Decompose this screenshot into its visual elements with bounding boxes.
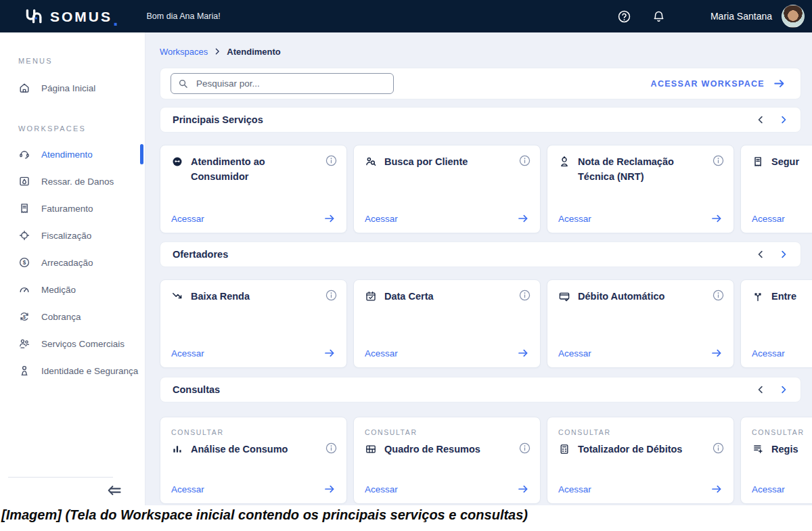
card-title: Regis [771, 442, 798, 457]
user-name: Maria Santana [710, 11, 772, 22]
sidebar-item-medicao[interactable]: Medição [0, 276, 145, 303]
arrow-right-icon[interactable] [323, 347, 336, 359]
image-caption: [Imagem] (Tela do Workspace inicial cont… [1, 507, 528, 523]
sidebar: MENUS Página Inicial WORKSPACES Atendime… [0, 32, 145, 505]
card-nota-de-reclamacao-tecnica: Nota de Reclamação Técnica (NRT) Acessar [547, 145, 734, 233]
chevron-right-icon[interactable] [779, 115, 788, 124]
sidebar-item-identidade-e-seguranca[interactable]: Identidade e Segurança [0, 357, 145, 384]
bar-chart-icon [171, 443, 183, 455]
sidebar-item-label: Medição [41, 285, 76, 295]
calculator-icon [558, 443, 570, 455]
sidebar-item-arrecadacao[interactable]: $ Arrecadação [0, 249, 145, 276]
sidebar-item-label: Ressar. de Danos [41, 177, 114, 187]
acessar-link[interactable]: Acessar [752, 214, 785, 224]
acessar-workspace-button[interactable]: ACESSAR WORKSPACE [651, 77, 786, 90]
card-title: Totalizador de Débitos [578, 442, 682, 457]
acessar-link[interactable]: Acessar [558, 348, 591, 359]
info-icon[interactable] [325, 442, 338, 455]
acessar-link[interactable]: Acessar [365, 484, 398, 494]
info-icon[interactable] [518, 154, 531, 167]
info-icon[interactable] [712, 289, 725, 302]
arrow-right-icon[interactable] [517, 212, 529, 225]
topbar: SOMUS . Bom dia Ana Maria! Maria Santana [0, 0, 812, 32]
info-icon[interactable] [325, 289, 338, 302]
acessar-link[interactable]: Acessar [171, 348, 204, 359]
card-title: Débito Automático [578, 290, 664, 304]
sidebar-item-label: Serviços Comerciais [41, 339, 125, 349]
cards-row-consultas: CONSULTAR Análise de Consumo Acessar CON… [160, 417, 812, 504]
doc-plus-icon [752, 443, 764, 455]
sidebar-item-ressar-de-danos[interactable]: Ressar. de Danos [0, 168, 145, 195]
card-title: Nota de Reclamação Técnica (NRT) [578, 155, 704, 185]
card-quadro-de-resumos: CONSULTAR Quadro de Resumos Acessar [353, 417, 541, 504]
sidebar-item-label: Arrecadação [41, 258, 93, 268]
breadcrumb-current: Atendimento [227, 47, 280, 57]
acessar-link[interactable]: Acessar [365, 348, 398, 359]
info-icon[interactable] [325, 154, 338, 167]
somus-logo[interactable]: SOMUS . [24, 9, 118, 24]
section-header-ofertadores: Ofertadores [160, 241, 801, 267]
search-input[interactable] [195, 78, 386, 89]
identity-icon [18, 365, 30, 377]
info-icon[interactable] [518, 442, 531, 455]
info-icon[interactable] [712, 442, 725, 455]
commercial-services-icon [18, 338, 30, 350]
sidebar-item-servicos-comerciais[interactable]: Serviços Comerciais [0, 330, 145, 357]
sidebar-item-label: Página Inicial [41, 83, 95, 93]
sidebar-item-faturamento[interactable]: Faturamento [0, 195, 145, 222]
somus-logo-icon [24, 9, 44, 24]
collapse-sidebar-icon[interactable] [106, 482, 122, 499]
card-eyebrow: CONSULTAR [365, 428, 529, 436]
arrow-right-icon[interactable] [517, 347, 529, 359]
sidebar-item-fiscalizacao[interactable]: Fiscalização [0, 222, 145, 249]
arrow-right-icon[interactable] [710, 212, 723, 225]
help-icon[interactable] [617, 9, 631, 24]
client-search-icon [365, 156, 377, 168]
info-icon[interactable] [518, 289, 531, 302]
sidebar-item-cobranca[interactable]: $ Cobrança [0, 303, 145, 330]
acessar-link[interactable]: Acessar [558, 484, 591, 494]
avatar[interactable] [782, 5, 805, 28]
sidebar-item-atendimento[interactable]: Atendimento [0, 141, 145, 168]
card-busca-por-cliente: Busca por Cliente Acessar [353, 145, 541, 233]
breadcrumb: Workspaces Atendimento [160, 46, 812, 57]
chevron-right-icon[interactable] [779, 385, 788, 394]
sidebar-item-pagina-inicial[interactable]: Página Inicial [0, 74, 145, 101]
card-title: Entre [771, 290, 796, 304]
arrow-right-icon[interactable] [517, 483, 529, 495]
acessar-link[interactable]: Acessar [171, 484, 204, 494]
card-analise-de-consumo: CONSULTAR Análise de Consumo Acessar [160, 417, 347, 504]
sidebar-item-label: Identidade e Segurança [41, 366, 138, 376]
arrow-right-icon[interactable] [710, 347, 723, 359]
logo-text: SOMUS [50, 10, 112, 24]
svg-text:$: $ [23, 315, 26, 320]
chevron-right-icon [213, 47, 221, 55]
breadcrumb-workspaces[interactable]: Workspaces [160, 47, 208, 57]
bell-icon[interactable] [652, 9, 666, 24]
chevron-left-icon[interactable] [756, 250, 765, 259]
branch-icon [752, 290, 764, 302]
cards-row-ofertadores: Baixa Renda Acessar Data Certa Acessar D… [160, 279, 812, 368]
acessar-workspace-label: ACESSAR WORKSPACE [651, 79, 765, 89]
card-title: Análise de Consumo [191, 442, 288, 457]
acessar-link[interactable]: Acessar [171, 214, 204, 224]
chevron-right-icon[interactable] [779, 250, 788, 259]
acessar-link[interactable]: Acessar [752, 484, 785, 494]
sidebar-divider [8, 477, 113, 478]
chevron-left-icon[interactable] [756, 115, 765, 124]
arrow-right-icon[interactable] [710, 483, 723, 495]
card-title: Busca por Cliente [384, 155, 468, 170]
card-title: Segur [771, 155, 799, 170]
invoice-icon [18, 202, 30, 214]
acessar-link[interactable]: Acessar [752, 348, 785, 359]
chevron-left-icon[interactable] [756, 385, 765, 394]
arrow-right-icon[interactable] [323, 483, 336, 495]
info-icon[interactable] [712, 154, 725, 167]
menus-section-label: MENUS [18, 57, 145, 65]
search-box[interactable] [171, 73, 394, 94]
arrow-right-icon[interactable] [323, 212, 336, 225]
acessar-link[interactable]: Acessar [558, 214, 591, 224]
acessar-link[interactable]: Acessar [365, 214, 398, 224]
section-nav [756, 385, 788, 394]
table-icon [365, 443, 377, 455]
